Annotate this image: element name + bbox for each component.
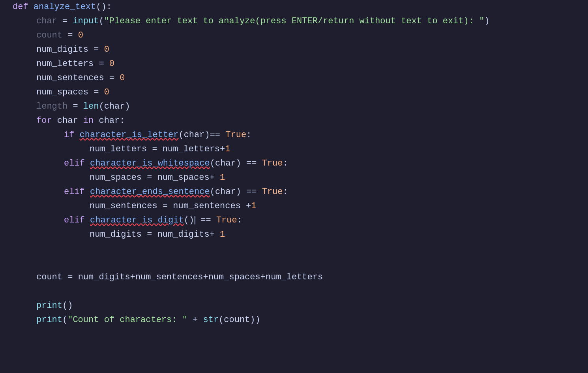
code-line: for char in char: — [8, 114, 588, 128]
line-content: num_letters = 0 — [13, 57, 114, 71]
token-op: = — [147, 144, 163, 154]
line-content: count = 0 — [13, 28, 83, 42]
token-punc: : — [237, 215, 242, 225]
token-punc: ( — [99, 102, 104, 111]
token-punc: )== — [204, 130, 220, 140]
token-func-call: character_ends_sentence — [90, 187, 210, 197]
code-line: elif character_is_digit() == True: — [8, 213, 588, 228]
line-content: num_digits = num_digits+ 1 — [13, 228, 225, 241]
code-line: num_digits = 0 — [8, 43, 588, 57]
code-line: length = len(char) — [8, 100, 588, 114]
token-var: num_sentences — [135, 272, 203, 282]
code-editor: def analyze_text():char = input("Please … — [0, 0, 588, 327]
line-content: if character_is_letter(char)== True: — [13, 128, 251, 142]
line-content: char = input("Please enter text to analy… — [13, 14, 490, 28]
line-content: elif character_is_whitespace(char) == Tr… — [13, 156, 288, 170]
token-builtin: len — [83, 102, 99, 111]
code-line: count = 0 — [8, 28, 588, 43]
token-str: "Count of characters: " — [67, 315, 187, 325]
token-punc: ) — [236, 187, 246, 197]
token-op: = — [142, 173, 157, 183]
token-var: num_sentences — [173, 201, 241, 211]
token-var: num_spaces — [36, 87, 88, 97]
token-punc: (): — [96, 2, 112, 12]
token-var: num_letters — [36, 59, 94, 69]
code-line — [8, 256, 588, 270]
token-func-call: character_is_digit — [90, 215, 184, 225]
token-op: = — [88, 87, 104, 97]
code-line: elif character_is_whitespace(char) == Tr… — [8, 156, 588, 171]
line-content: num_spaces = 0 — [13, 85, 109, 99]
token-var: num_letters — [266, 272, 323, 282]
code-line: num_sentences = num_sentences +1 — [8, 199, 588, 213]
token-str: "Please enter text to analyze(press ENTE… — [104, 16, 485, 26]
token-var: num_spaces — [157, 173, 210, 183]
token-assign-var: length — [36, 102, 67, 111]
code-line: char = input("Please enter text to analy… — [8, 14, 588, 28]
token-punc: ) — [236, 158, 246, 168]
line-content: length = len(char) — [13, 100, 130, 113]
code-line — [8, 284, 588, 299]
token-kw: elif — [64, 215, 90, 225]
token-punc: ( — [62, 315, 67, 325]
token-true-val: True — [225, 130, 246, 140]
token-num: 1 — [220, 230, 225, 239]
token-num: 0 — [109, 59, 114, 69]
token-op: + — [220, 144, 225, 154]
token-builtin: input — [73, 16, 99, 26]
token-op: = — [142, 230, 157, 239]
token-punc: : — [283, 158, 288, 168]
token-num: 0 — [120, 73, 125, 83]
code-line: def analyze_text(): — [8, 0, 588, 14]
token-builtin: print — [36, 315, 62, 325]
token-punc: : — [120, 116, 125, 126]
token-kw: if — [64, 130, 80, 140]
token-op: = — [157, 201, 173, 211]
token-kw: in — [78, 116, 99, 126]
code-line: num_letters = num_letters+1 — [8, 142, 588, 156]
token-op: == — [246, 187, 262, 197]
line-content: print() — [13, 299, 73, 313]
code-line: num_digits = num_digits+ 1 — [8, 228, 588, 242]
code-line: num_letters = 0 — [8, 57, 588, 71]
code-line: print() — [8, 299, 588, 313]
token-op: = — [104, 73, 120, 83]
token-punc: () — [62, 301, 73, 311]
token-assign-var: count — [36, 30, 62, 40]
token-assign-var: char — [36, 16, 57, 26]
token-var: char — [215, 187, 236, 197]
token-num: 0 — [104, 45, 109, 55]
token-var: count — [36, 272, 62, 282]
line-content: def analyze_text(): — [13, 0, 112, 14]
token-var: char — [104, 102, 125, 111]
token-var: num_digits — [157, 230, 210, 239]
token-var: num_digits — [78, 272, 130, 282]
token-var: num_letters — [90, 144, 147, 154]
token-punc — [195, 215, 200, 225]
token-func-call: character_is_whitespace — [90, 158, 210, 168]
token-punc: )) — [250, 315, 260, 325]
token-func-call: character_is_letter — [80, 130, 179, 140]
token-var: num_sentences — [36, 73, 104, 83]
token-var: char — [99, 116, 120, 126]
token-var: char — [184, 130, 205, 140]
token-var: char — [215, 158, 236, 168]
token-num: 1 — [225, 144, 230, 154]
token-op: == — [200, 215, 216, 225]
line-content: num_sentences = 0 — [13, 71, 125, 85]
token-punc: ( — [219, 315, 224, 325]
code-line: print("Count of characters: " + str(coun… — [8, 313, 588, 327]
line-content: num_spaces = num_spaces+ 1 — [13, 171, 225, 185]
token-op: + — [210, 173, 220, 183]
line-content: num_letters = num_letters+1 — [13, 142, 230, 156]
line-content: elif character_ends_sentence(char) == Tr… — [13, 185, 288, 199]
token-def-kw: def — [13, 2, 34, 12]
token-punc: ( — [210, 187, 215, 197]
token-punc: : — [246, 130, 251, 140]
token-punc: () — [184, 215, 194, 225]
token-op: + — [241, 201, 251, 211]
token-op: + — [210, 230, 220, 239]
token-var: char — [57, 116, 78, 126]
line-content — [13, 256, 18, 270]
token-var: count — [224, 315, 250, 325]
